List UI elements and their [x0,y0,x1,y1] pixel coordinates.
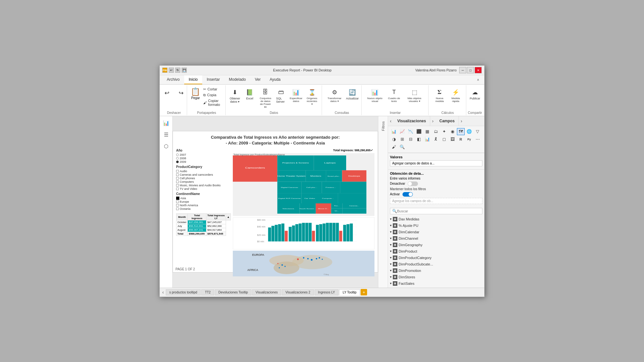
year-2007[interactable]: 2007 [176,153,231,156]
tab-ver[interactable]: Ver [250,75,265,84]
viz-icon-line[interactable]: 📈 [398,128,406,135]
campos-search-box[interactable]: 🔍 [390,208,482,214]
field-group-dimgeo-header[interactable]: ▾ ▦ DimGeography [390,242,482,248]
viz-icon-treemap[interactable]: ◧ [415,136,423,143]
field-group-dimchannel-header[interactable]: ▾ ▦ DimChannel [390,236,482,241]
page-tab-0[interactable]: s productos tooltipd [166,289,201,295]
desactivar-toggle[interactable] [408,181,418,186]
viz-icon-matrix[interactable]: ▦ [423,128,431,135]
panel-tab-visualizaciones[interactable]: Visualizaciones [393,116,430,126]
paste-button[interactable]: 📋 Pegar [190,87,201,100]
undo-icon-small[interactable]: ↩ [169,68,174,73]
redo-button[interactable]: ↪ [175,87,187,99]
agregar-field[interactable]: Agregue los campos de ob... [390,198,482,204]
redo-icon-small[interactable]: ↻ [175,68,180,73]
cont-northamerica[interactable]: North America [176,204,231,207]
panel-right-arrow-campos[interactable]: › [459,117,464,125]
tab-modelado[interactable]: Modelado [224,75,251,84]
save-icon-small[interactable]: 💾 [182,68,187,73]
page-nav-left[interactable]: ‹ [161,290,165,295]
undo-button[interactable]: ↩ [160,87,173,99]
tab-ayuda[interactable]: Ayuda [265,75,285,84]
conjuntos-datos-button[interactable]: 🗄 Conjuntos de datos de Power BI [257,87,273,110]
viz-icon-area[interactable]: 📉 [407,128,414,135]
viz-icon-r[interactable]: R [457,136,465,143]
viz-icon-funnel[interactable]: ▽ [474,128,481,135]
page-tab-6[interactable]: LY Tooltip [339,289,360,295]
viz-icon-shape[interactable]: ◻ [440,136,448,143]
viz-icon-filled-map[interactable]: 🌐 [465,128,473,135]
page-tab-1[interactable]: TT2 [201,289,214,295]
tab-inicio[interactable]: Inicio [184,75,202,84]
activar-toggle[interactable] [402,192,413,197]
viz-icon-image[interactable]: 🖼 [449,136,456,143]
actualizar-button[interactable]: 🔄 Actualizar [345,87,359,104]
cont-oceania[interactable]: Oceania [176,207,231,210]
cont-europe[interactable]: Europe [176,200,231,203]
viz-icon-card[interactable]: 🗂 [432,128,440,135]
field-group-dimstores-header[interactable]: ▾ ▦ DimStores [390,274,482,280]
year-2008[interactable]: 2008 [176,157,231,160]
excel-button[interactable]: 📗 Excel [242,87,257,110]
map-container[interactable]: EUROPA AFRICA [233,251,374,276]
minimize-button[interactable]: ─ [459,67,466,73]
viz-icon-scatter[interactable]: ✦ [440,128,448,135]
bar-chart[interactable]: $80 mln $40 mln $20 mln $0 mln [233,217,374,249]
format-copy-button[interactable]: 🖌 Copiar formato [202,98,223,107]
origenes-button[interactable]: ⌛ Orígenes recientes ▾ [304,87,320,110]
panel-right-arrow-viz[interactable]: › [430,117,436,125]
field-group-dimpromo-header[interactable]: ▾ ▦ DimPromotion [390,268,482,274]
sidebar-model-icon[interactable]: ⬡ [162,142,171,151]
field-group-dimcalendar-header[interactable]: ▾ ▦ DimCalendar [390,229,482,235]
collapse-ribbon[interactable]: ∧ [477,78,479,81]
col-scroll[interactable]: ▲ [226,214,231,220]
cat-music[interactable]: Music, Movies and Audio Books [176,184,231,187]
nueva-medida-button[interactable]: 𝚺 Nueva medida [432,87,447,104]
viz-icon-kpi[interactable]: ⊞ [398,136,406,143]
viz-icon-map[interactable]: 🗺 [457,128,465,135]
tab-archivo[interactable]: Archivo [162,75,184,84]
close-button[interactable]: ✕ [475,67,482,73]
panel-left-arrow[interactable]: ‹ [388,117,393,125]
field-group-dimprod-header[interactable]: ▾ ▦ DimProduct [390,248,482,254]
especificar-datos-button[interactable]: 📊 Especificar datos [289,87,303,110]
cut-button[interactable]: ✂ Cortar [202,87,223,92]
medida-rapida-button[interactable]: ⚡ Medida rápida [448,87,463,104]
sidebar-report-icon[interactable]: 📊 [162,119,171,128]
page-tab-4[interactable]: Visualizaciones 2 [282,289,314,295]
viz-icon-ribbon[interactable]: 🎗 [432,136,440,143]
panel-tab-campos[interactable]: Campos [436,116,459,126]
tab-insertar[interactable]: Insertar [202,75,224,84]
cat-tv[interactable]: TV and Video [176,187,231,190]
obtener-datos-button[interactable]: ⬇ Obtenerdatos ▾ [228,87,242,110]
transformar-button[interactable]: ⚙ Transformar datos ▾ [324,87,345,104]
field-group-dimprodsubcat-header[interactable]: ▾ ▦ DimProductSubcate... [390,261,482,267]
viz-icon-slicer[interactable]: ⊟ [407,136,414,143]
field-group-ajuste-header[interactable]: ▾ ▦ % Ajuste PU [390,223,482,228]
page-tab-5[interactable]: Ingresos LY [315,289,339,295]
sql-server-button[interactable]: 🗃 SQL Server [274,87,288,110]
viz-icon-more[interactable]: ⋯ [474,136,481,143]
viz-icon-pie[interactable]: ◉ [449,128,456,135]
viz-icon-analytics[interactable]: 🔍 [398,144,406,151]
cont-asia[interactable]: Asia [176,197,231,200]
maximize-button[interactable]: □ [467,67,474,73]
year-2009[interactable]: 2009 [176,160,231,163]
viz-icon-py[interactable]: Py [465,136,473,143]
page-tab-3[interactable]: Visualizaciones [252,289,281,295]
canvas-area[interactable]: Comparativa de Total Ingresos vs Año ant… [173,116,378,288]
values-field-placeholder[interactable]: Agregar campos de datos a... [390,160,482,166]
mas-objetos-button[interactable]: ⬚ Más objetos visuales ▾ [403,87,426,104]
field-group-dax-header[interactable]: ▾ ▦ Dax Medidas [390,216,482,222]
field-group-dimprodcat-header[interactable]: ▾ ▦ DimProductCategory [390,255,482,261]
cuadro-texto-button[interactable]: T Cuadro de texto [385,87,402,104]
nuevo-objeto-button[interactable]: 📊 Nuevo objeto visual [365,87,385,104]
viz-icon-format[interactable]: 🖌 [390,144,398,151]
publicar-button[interactable]: ☁ Publicar [468,87,482,101]
viz-icon-table[interactable]: ⬛ [415,128,423,135]
viz-icon-bar[interactable]: 📊 [390,128,398,135]
campos-search-input[interactable] [397,209,480,213]
cat-cellphones[interactable]: Cell phones [176,177,231,180]
cat-computers[interactable]: Computers [176,180,231,183]
viz-icon-gauge[interactable]: ◑ [390,136,398,143]
